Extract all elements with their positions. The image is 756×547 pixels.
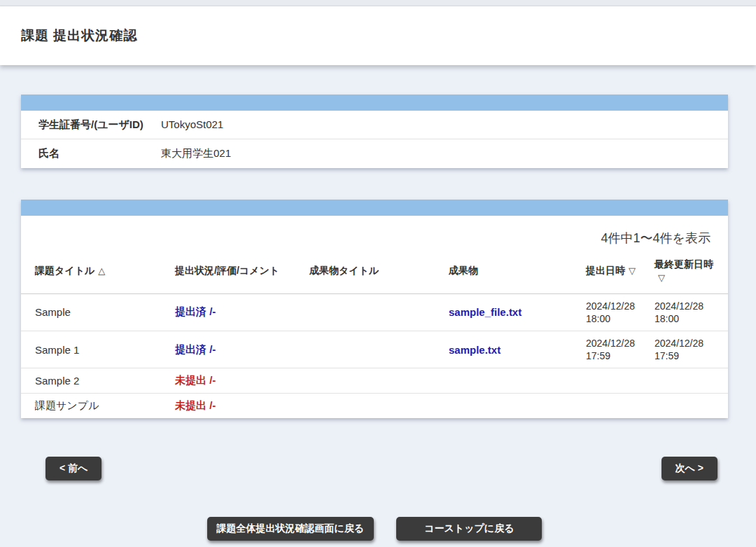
- assignment-row: Sample 2 未提出 /-: [21, 368, 728, 394]
- back-to-overall-status-button[interactable]: 課題全体提出状況確認画面に戻る: [207, 517, 374, 541]
- top-strip: [0, 0, 756, 6]
- student-info-panel: 学生証番号/(ユーザID) UTokyoSt021 氏名 東大用学生021: [21, 95, 728, 168]
- assignment-title: 課題サンプル: [35, 399, 175, 413]
- column-label-updated-datetime: 最終更新日時: [654, 258, 713, 270]
- page-header: 課題 提出状況確認: [0, 6, 756, 65]
- column-label-assignment-title: 課題タイトル: [35, 265, 94, 276]
- column-header-submission-status: 提出状況/評価/コメント: [175, 264, 309, 278]
- assignment-title: Sample: [35, 306, 175, 318]
- footer-buttons: 課題全体提出状況確認画面に戻る コーストップに戻る: [21, 517, 728, 541]
- column-header-artifact-title: 成果物タイトル: [309, 264, 449, 278]
- updated-datetime: 2024/12/2817:59: [654, 337, 719, 362]
- assignment-title: Sample 1: [35, 344, 175, 356]
- assignments-table-header: 課題タイトル△ 提出状況/評価/コメント 成果物タイトル 成果物 提出日時▽ 最…: [21, 254, 728, 294]
- next-page-button[interactable]: 次へ >: [662, 457, 718, 480]
- assignment-row: Sample 1 提出済 /- sample.txt 2024/12/2817:…: [21, 331, 728, 368]
- column-label-artifact-title: 成果物タイトル: [309, 265, 379, 276]
- column-header-artifact: 成果物: [449, 264, 586, 278]
- assignments-panel-header-bar: [21, 200, 728, 216]
- submission-status: 未提出 /-: [175, 399, 309, 413]
- column-header-assignment-title[interactable]: 課題タイトル△: [35, 264, 175, 278]
- submission-status[interactable]: 提出済 /-: [175, 343, 309, 356]
- student-name-value: 東大用学生021: [161, 146, 231, 160]
- page-title: 課題 提出状況確認: [21, 27, 137, 45]
- pagination: < 前へ 次へ >: [21, 457, 728, 480]
- column-label-submitted-datetime: 提出日時: [586, 265, 625, 276]
- prev-page-button[interactable]: < 前へ: [46, 457, 102, 480]
- result-count-text: 4件中1〜4件を表示: [21, 216, 728, 254]
- student-id-label: 学生証番号/(ユーザID): [21, 118, 161, 132]
- assignments-panel: 4件中1〜4件を表示 課題タイトル△ 提出状況/評価/コメント 成果物タイトル …: [21, 200, 728, 419]
- sort-ascending-icon[interactable]: △: [98, 265, 105, 276]
- back-to-course-top-button[interactable]: コーストップに戻る: [396, 517, 542, 541]
- column-header-submitted-datetime[interactable]: 提出日時▽: [586, 264, 654, 278]
- main-content: 学生証番号/(ユーザID) UTokyoSt021 氏名 東大用学生021 4件…: [0, 65, 756, 541]
- student-name-label: 氏名: [21, 146, 161, 160]
- sort-descending-icon-submitted[interactable]: ▽: [629, 265, 636, 276]
- sort-descending-icon-updated[interactable]: ▽: [658, 272, 665, 283]
- submitted-datetime: 2024/12/2817:59: [586, 337, 654, 362]
- updated-datetime: 2024/12/2818:00: [654, 300, 719, 325]
- student-id-row: 学生証番号/(ユーザID) UTokyoSt021: [21, 111, 728, 139]
- assignment-title: Sample 2: [35, 375, 175, 387]
- assignment-row: Sample 提出済 /- sample_file.txt 2024/12/28…: [21, 294, 728, 331]
- submission-status: 未提出 /-: [175, 374, 309, 387]
- column-header-updated-datetime[interactable]: 最終更新日時▽: [654, 258, 719, 285]
- submitted-datetime: 2024/12/2818:00: [586, 300, 654, 325]
- student-info-panel-header-bar: [21, 95, 728, 111]
- assignment-rows: Sample 提出済 /- sample_file.txt 2024/12/28…: [21, 294, 728, 419]
- assignment-row: 課題サンプル 未提出 /-: [21, 394, 728, 418]
- column-label-submission-status: 提出状況/評価/コメント: [175, 265, 279, 276]
- student-id-value: UTokyoSt021: [161, 118, 223, 132]
- artifact-link[interactable]: sample.txt: [449, 344, 500, 356]
- artifact-link[interactable]: sample_file.txt: [449, 306, 522, 318]
- submission-status[interactable]: 提出済 /-: [175, 305, 309, 319]
- column-label-artifact: 成果物: [449, 265, 478, 276]
- student-name-row: 氏名 東大用学生021: [21, 139, 728, 167]
